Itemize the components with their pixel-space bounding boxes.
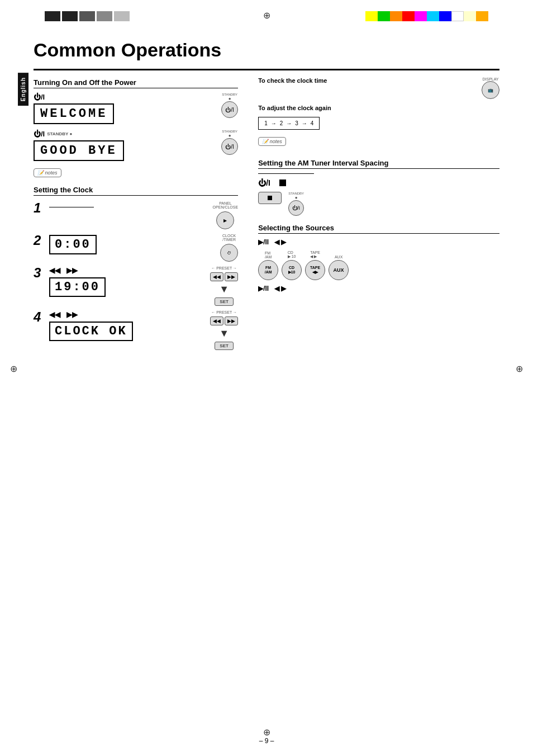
welcome-display: WELCOME xyxy=(34,103,114,124)
preset-label-4: ← PRESET → xyxy=(211,310,237,314)
step-3-arrows: ◀◀ ▶▶ xyxy=(49,266,206,275)
step-2-buttons: CLOCK/TIMER ⏱ xyxy=(220,234,238,262)
setting-clock-section: Setting the Clock 1 PANELOPEN/CLOSE ▶ 2 xyxy=(34,186,238,350)
right-column: To check the clock time DISPLAY 📺 To adj… xyxy=(249,77,499,355)
panel-open-close-btn[interactable]: ▶ xyxy=(216,211,234,229)
adjust-step-1: 1 xyxy=(264,120,268,126)
prev-btn-4[interactable]: ◀◀ xyxy=(210,316,223,325)
power-off-btn[interactable]: ⏻/I xyxy=(221,138,238,155)
adjust-arrow-1: → xyxy=(271,120,277,126)
check-clock-label: To check the clock time xyxy=(258,77,327,84)
set-btn-3[interactable]: SET xyxy=(215,297,234,306)
display-label: DISPLAY xyxy=(482,77,498,81)
setting-clock-title: Setting the Clock xyxy=(34,186,238,196)
tape-source: TAPE◀ ▶ TAPE◀▶ xyxy=(305,251,325,280)
step-4-content: ◀◀ ▶▶ CLOCK OK xyxy=(49,310,206,342)
prev-btn-3[interactable]: ◀◀ xyxy=(210,272,223,281)
left-cross: ⊕ xyxy=(10,363,17,374)
check-clock-section: To check the clock time DISPLAY 📺 xyxy=(258,77,499,99)
tape-label-top: TAPE◀ ▶ xyxy=(310,251,320,259)
left-right-label-2: ◀ ▶ xyxy=(274,285,286,292)
next-btn-4[interactable]: ▶▶ xyxy=(225,316,238,325)
two-col-layout: Turning On and Off the Power ⏻/I WELCOME… xyxy=(34,77,499,355)
welcome-row: ⏻/I WELCOME STANDBY ● ⏻/I xyxy=(34,93,238,125)
am-power-btn[interactable]: ⏻/I xyxy=(288,200,304,216)
step-3: 3 ◀◀ ▶▶ 19:00 ← PRESET → ◀◀ ▶▶ ▼ SET xyxy=(34,266,238,306)
right-cross: ⊕ xyxy=(516,363,523,374)
step-2-display: 0:00 xyxy=(49,235,97,254)
fm-am-source: FM/AM FM/AM xyxy=(258,251,278,280)
am-main-btn[interactable] xyxy=(258,192,282,204)
left-column: Turning On and Off the Power ⏻/I WELCOME… xyxy=(34,77,238,355)
power-symbol-2: ⏻/I xyxy=(34,130,45,138)
adjust-clock-box: 1 → 2 → 3 → 4 xyxy=(258,117,320,130)
left-right-label: ◀ ▶ xyxy=(274,238,286,246)
standby-icon-small: STANDBY ● xyxy=(47,131,72,136)
am-standby-dot: ● xyxy=(295,195,298,200)
standby-power-on: STANDBY ● ⏻/I xyxy=(221,93,238,118)
page-title: Common Operations xyxy=(34,39,499,63)
notes-label-2: 📝 notes xyxy=(258,137,286,146)
am-standby-area: STANDBY ● ⏻/I xyxy=(288,192,304,216)
adjust-step-3: 3 xyxy=(295,120,298,126)
source-buttons-row: FM/AM FM/AM CD▶ 10 CD▶10 TAPE◀ ▶ TAPE◀▶ … xyxy=(258,251,499,280)
notes-icon-2: 📝 notes xyxy=(258,135,499,145)
step-2-content: 0:00 xyxy=(49,234,216,256)
adjust-arrow-2: → xyxy=(286,120,292,126)
goodbye-content: ⏻/I STANDBY ● GOOD BYE xyxy=(34,130,216,162)
language-tab: English xyxy=(18,73,28,106)
next-btn-3[interactable]: ▶▶ xyxy=(225,272,238,281)
play-pause-label-2: ▶/II xyxy=(258,285,269,292)
step-1-line xyxy=(49,207,94,207)
power-on-btn[interactable]: ⏻/I xyxy=(221,101,238,118)
step-4-number: 4 xyxy=(34,310,45,324)
am-square-indicator xyxy=(279,179,286,186)
cd-label-top: CD▶ 10 xyxy=(288,251,296,259)
am-tuner-controls: ⏻/I xyxy=(258,178,499,187)
down-arrow-3: ▼ xyxy=(219,284,229,295)
tape-btn[interactable]: TAPE◀▶ xyxy=(305,260,325,280)
power-off-symbol-row: ⏻/I STANDBY ● xyxy=(34,130,216,138)
page-number: – 9 – xyxy=(259,737,274,745)
step-3-content: ◀◀ ▶▶ 19:00 xyxy=(49,266,206,298)
preset-btn-group-3: ◀◀ ▶▶ xyxy=(210,272,238,281)
am-button-row: STANDBY ● ⏻/I xyxy=(258,192,499,216)
step-4-display: CLOCK OK xyxy=(49,322,133,341)
step-1-number: 1 xyxy=(34,201,45,215)
display-btn[interactable]: 📺 xyxy=(482,81,499,99)
clock-timer-btn[interactable]: ⏱ xyxy=(220,244,238,262)
step-1-buttons: PANELOPEN/CLOSE ▶ xyxy=(213,201,239,229)
main-content: English Common Operations Turning On and… xyxy=(34,39,499,734)
adjust-arrow-3: → xyxy=(302,120,307,126)
adjust-clock-section: To adjust the clock again 1 → 2 → 3 → 4 … xyxy=(258,105,499,145)
spacer-1 xyxy=(258,153,499,159)
aux-source: AUX AUX xyxy=(329,255,349,280)
goodbye-display: GOOD BYE xyxy=(34,140,124,161)
am-tuner-line xyxy=(258,173,314,174)
aux-label-top: AUX xyxy=(335,255,342,259)
top-center-cross: ⊕ xyxy=(263,10,270,21)
selecting-sources-section: Selecting the Sources ▶/II ◀ ▶ FM/AM FM/… xyxy=(258,224,499,292)
set-btn-4[interactable]: SET xyxy=(215,342,234,350)
step-3-display: 19:00 xyxy=(49,277,106,297)
clock-timer-label: CLOCK/TIMER xyxy=(222,234,236,242)
fm-am-btn[interactable]: FM/AM xyxy=(258,260,278,280)
cd-btn[interactable]: CD▶10 xyxy=(282,260,302,280)
source-controls-top: ▶/II ◀ ▶ xyxy=(258,238,499,246)
play-pause-label: ▶/II xyxy=(258,238,269,246)
welcome-content: ⏻/I WELCOME xyxy=(34,93,216,125)
step-2: 2 0:00 CLOCK/TIMER ⏱ xyxy=(34,234,238,262)
step-1: 1 PANELOPEN/CLOSE ▶ xyxy=(34,201,238,229)
source-controls-bottom: ▶/II ◀ ▶ xyxy=(258,285,499,292)
standby-power-off: STANDBY ● ⏻/I xyxy=(221,130,238,155)
adjust-clock-label: To adjust the clock again xyxy=(258,105,499,111)
selecting-sources-title: Selecting the Sources xyxy=(258,224,499,234)
am-tuner-title: Setting the AM Tuner Interval Spacing xyxy=(258,159,499,169)
step-4: 4 ◀◀ ▶▶ CLOCK OK ← PRESET → ◀◀ ▶▶ ▼ SET xyxy=(34,310,238,350)
aux-btn[interactable]: AUX xyxy=(329,260,349,280)
display-btn-area: DISPLAY 📺 xyxy=(482,77,499,99)
down-arrow-4: ▼ xyxy=(219,328,229,339)
color-bars xyxy=(365,11,488,21)
step-3-number: 3 xyxy=(34,266,45,280)
notes-label-1: 📝 notes xyxy=(34,168,61,177)
